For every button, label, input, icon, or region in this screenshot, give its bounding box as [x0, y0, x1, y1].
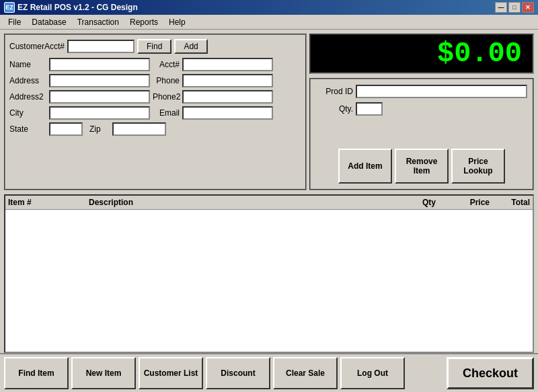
prod-id-label: Prod ID	[316, 87, 353, 96]
total-display: $0.00	[309, 34, 534, 74]
city-input[interactable]	[49, 106, 150, 120]
checkout-button[interactable]: Checkout	[447, 357, 534, 389]
zip-input[interactable]	[112, 122, 166, 136]
title-bar: EZ EZ Retail POS v1.2 - CG Design — □ ✕	[0, 0, 538, 15]
new-item-button[interactable]: New Item	[71, 357, 136, 389]
customer-list-button[interactable]: Customer List	[139, 357, 203, 389]
acct-label: Acct#	[153, 60, 180, 69]
phone2-input[interactable]	[182, 90, 273, 104]
discount-button[interactable]: Discount	[206, 357, 270, 389]
col-item-header: Item #	[8, 198, 89, 207]
state-input[interactable]	[49, 122, 83, 136]
address2-input[interactable]	[49, 90, 150, 104]
col-desc-header: Description	[89, 198, 382, 207]
acct-input[interactable]	[182, 58, 273, 71]
email-label: Email	[153, 108, 180, 118]
add-item-button[interactable]: Add Item	[338, 149, 392, 184]
phone-input[interactable]	[182, 74, 273, 87]
items-body	[5, 210, 533, 352]
action-buttons: Add Item Remove Item Price Lookup	[316, 149, 527, 184]
address2-row: Address2 Phone2	[9, 90, 301, 104]
customer-form-panel: CustomerAcct# Find Add Name Acct# Addres…	[4, 34, 307, 190]
col-qty-header: Qty	[382, 198, 436, 207]
address2-label: Address2	[9, 92, 46, 102]
add-customer-button[interactable]: Add	[174, 39, 207, 54]
window-title: EZ Retail POS v1.2 - CG Design	[17, 3, 138, 12]
price-lookup-button[interactable]: Price Lookup	[451, 149, 505, 184]
col-price-header: Price	[436, 198, 490, 207]
table-header: Item # Description Qty Price Total	[5, 196, 533, 210]
minimize-button[interactable]: —	[495, 2, 507, 13]
city-label: City	[9, 108, 46, 118]
qty-input[interactable]: 1	[356, 102, 383, 116]
state-label: State	[9, 124, 46, 134]
menu-file[interactable]: File	[3, 16, 26, 28]
phone-label: Phone	[153, 76, 180, 85]
address-label: Address	[9, 76, 46, 85]
menu-bar: File Database Transaction Reports Help	[0, 15, 538, 30]
qty-row: Qty. 1	[316, 102, 527, 116]
customer-acct-row: CustomerAcct# Find Add	[9, 39, 301, 54]
menu-help[interactable]: Help	[163, 16, 191, 28]
qty-label: Qty.	[316, 104, 353, 114]
remove-item-button[interactable]: Remove Item	[395, 149, 449, 184]
name-row: Name Acct#	[9, 58, 301, 71]
email-input[interactable]	[182, 106, 273, 120]
menu-transaction[interactable]: Transaction	[72, 16, 124, 28]
col-total-header: Total	[490, 198, 530, 207]
log-out-button[interactable]: Log Out	[340, 357, 405, 389]
total-amount: $0.00	[437, 38, 522, 70]
name-label: Name	[9, 60, 46, 69]
product-panel: Prod ID Qty. 1 Add Item Remove Item Pric…	[309, 78, 534, 190]
app-icon: EZ	[4, 2, 15, 13]
zip-label: Zip	[89, 124, 110, 134]
window-controls: — □ ✕	[495, 2, 534, 13]
address-row: Address Phone	[9, 74, 301, 87]
prod-id-row: Prod ID	[316, 85, 527, 98]
maximize-button[interactable]: □	[508, 2, 521, 13]
items-table: Item # Description Qty Price Total	[4, 194, 534, 354]
right-panel: $0.00 Prod ID Qty. 1	[309, 34, 534, 190]
close-button[interactable]: ✕	[522, 2, 534, 13]
customer-acct-input[interactable]	[67, 40, 134, 53]
phone2-label: Phone2	[153, 92, 180, 102]
state-zip-row: State Zip	[9, 122, 301, 136]
address-input[interactable]	[49, 74, 150, 87]
bottom-bar: Find Item New Item Customer List Discoun…	[0, 353, 538, 392]
find-item-button[interactable]: Find Item	[4, 357, 69, 389]
name-input[interactable]	[49, 58, 150, 71]
clear-sale-button[interactable]: Clear Sale	[273, 357, 338, 389]
find-customer-button[interactable]: Find	[137, 39, 171, 54]
city-row: City Email	[9, 106, 301, 120]
menu-database[interactable]: Database	[26, 16, 71, 28]
menu-reports[interactable]: Reports	[124, 16, 163, 28]
prod-id-input[interactable]	[356, 85, 527, 98]
customer-acct-label: CustomerAcct#	[9, 42, 65, 51]
